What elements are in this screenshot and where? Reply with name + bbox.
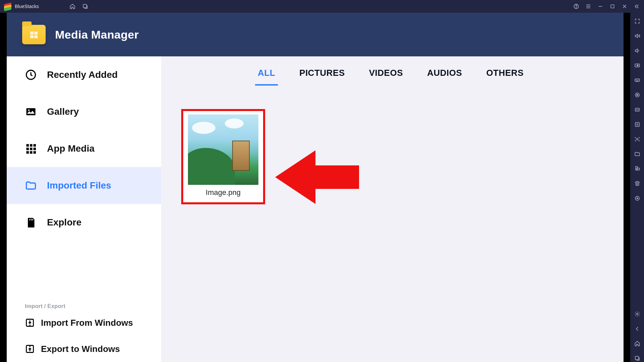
folder-icon bbox=[25, 179, 37, 192]
svg-point-31 bbox=[636, 139, 638, 140]
tab-pictures[interactable]: PICTURES bbox=[297, 64, 347, 86]
svg-point-6 bbox=[28, 109, 30, 111]
svg-rect-17 bbox=[31, 219, 32, 221]
sidebar-item-label: Explore bbox=[47, 217, 82, 228]
app-header: Media Manager bbox=[7, 13, 624, 56]
svg-rect-25 bbox=[635, 79, 640, 82]
tab-all[interactable]: ALL bbox=[255, 64, 278, 86]
file-name-label: Image.png bbox=[206, 188, 241, 199]
sidebar-item-label: Gallery bbox=[47, 106, 79, 117]
page-title: Media Manager bbox=[55, 28, 139, 41]
grid-icon bbox=[25, 143, 37, 155]
svg-rect-10 bbox=[27, 148, 29, 150]
svg-point-36 bbox=[636, 313, 638, 315]
menu-icon[interactable] bbox=[585, 3, 592, 10]
sidebar-item-label: App Media bbox=[47, 143, 95, 154]
svg-rect-13 bbox=[27, 151, 29, 154]
svg-rect-3 bbox=[611, 5, 614, 8]
volume-up-icon[interactable] bbox=[634, 32, 641, 40]
category-tabs: ALL PICTURES VIDEOS AUDIOS OTHERS bbox=[161, 56, 624, 86]
record-icon[interactable] bbox=[634, 91, 641, 99]
tab-others[interactable]: OTHERS bbox=[484, 64, 526, 86]
svg-rect-9 bbox=[34, 144, 36, 147]
file-item[interactable]: Image.png bbox=[181, 109, 265, 204]
back-icon[interactable] bbox=[634, 325, 641, 332]
emulator-viewport: Media Manager Recently Added bbox=[0, 13, 630, 362]
titlebar-left: BlueStacks bbox=[0, 3, 39, 10]
sidebar-item-gallery[interactable]: Gallery bbox=[7, 93, 161, 130]
svg-rect-12 bbox=[34, 148, 36, 150]
file-grid: Image.png bbox=[161, 86, 624, 204]
svg-point-29 bbox=[638, 109, 638, 110]
file-thumbnail bbox=[188, 114, 258, 185]
sd-card-icon bbox=[25, 216, 37, 228]
app-name: BlueStacks bbox=[15, 4, 39, 9]
svg-point-22 bbox=[29, 346, 31, 347]
recents-nav-icon[interactable] bbox=[634, 355, 641, 362]
sidebar-item-explore[interactable]: Explore bbox=[7, 204, 161, 241]
content-area: ALL PICTURES VIDEOS AUDIOS OTHERS Imag bbox=[161, 56, 624, 362]
import-icon bbox=[25, 318, 35, 328]
svg-rect-8 bbox=[30, 144, 33, 147]
svg-rect-33 bbox=[636, 168, 639, 170]
screenshot-icon[interactable] bbox=[634, 136, 641, 143]
titlebar-nav bbox=[69, 3, 89, 10]
apk-icon[interactable] bbox=[634, 121, 641, 128]
volume-down-icon[interactable] bbox=[634, 47, 641, 54]
svg-rect-5 bbox=[27, 108, 36, 115]
fullscreen-icon[interactable] bbox=[634, 17, 641, 25]
sidebar: Recently Added Gallery App Media bbox=[7, 56, 161, 362]
recents-icon[interactable] bbox=[82, 3, 89, 10]
keyboard-icon[interactable] bbox=[634, 76, 641, 84]
help-icon[interactable] bbox=[573, 3, 580, 10]
folder-open-icon[interactable] bbox=[634, 150, 641, 158]
home-nav-icon[interactable] bbox=[634, 340, 641, 347]
svg-point-20 bbox=[29, 324, 31, 326]
export-label: Export to Windows bbox=[41, 344, 120, 354]
maximize-icon[interactable] bbox=[609, 3, 616, 10]
svg-rect-15 bbox=[34, 151, 36, 154]
sidebar-section-label: Import / Export bbox=[7, 297, 161, 310]
multi-instance-icon[interactable] bbox=[634, 180, 641, 187]
export-icon bbox=[25, 344, 35, 354]
export-to-windows-button[interactable]: Export to Windows bbox=[7, 336, 161, 362]
svg-rect-0 bbox=[83, 4, 87, 8]
svg-rect-18 bbox=[33, 219, 33, 221]
sidebar-item-imported-files[interactable]: Imported Files bbox=[7, 167, 161, 204]
import-label: Import From Windows bbox=[41, 318, 133, 328]
right-toolbar bbox=[630, 13, 644, 362]
settings-icon[interactable] bbox=[634, 310, 641, 318]
svg-rect-27 bbox=[635, 108, 639, 111]
titlebar: BlueStacks bbox=[0, 0, 644, 13]
svg-point-28 bbox=[636, 109, 637, 110]
picture-icon bbox=[25, 106, 37, 118]
svg-point-2 bbox=[576, 7, 576, 8]
svg-point-35 bbox=[637, 198, 638, 199]
titlebar-right bbox=[573, 3, 644, 10]
clock-icon bbox=[25, 69, 37, 81]
macro-icon[interactable] bbox=[634, 106, 641, 113]
sidebar-item-label: Recently Added bbox=[47, 69, 118, 80]
tab-videos[interactable]: VIDEOS bbox=[366, 64, 406, 86]
svg-rect-37 bbox=[635, 356, 639, 360]
svg-rect-11 bbox=[30, 148, 33, 150]
sidebar-item-label: Imported Files bbox=[47, 180, 111, 191]
svg-rect-16 bbox=[30, 219, 30, 221]
keymap-icon[interactable] bbox=[634, 62, 641, 69]
svg-rect-14 bbox=[30, 151, 33, 154]
sidebar-item-app-media[interactable]: App Media bbox=[7, 130, 161, 167]
media-manager-icon bbox=[22, 25, 46, 44]
sidebar-item-recently-added[interactable]: Recently Added bbox=[7, 56, 161, 93]
import-from-windows-button[interactable]: Import From Windows bbox=[7, 310, 161, 336]
chevron-left-double-icon[interactable] bbox=[633, 3, 640, 10]
tab-audios[interactable]: AUDIOS bbox=[425, 64, 465, 86]
svg-rect-30 bbox=[635, 122, 639, 126]
close-icon[interactable] bbox=[621, 3, 628, 10]
rotate-icon[interactable] bbox=[634, 165, 641, 172]
minimize-icon[interactable] bbox=[597, 3, 604, 10]
svg-rect-7 bbox=[27, 144, 29, 147]
location-icon[interactable] bbox=[634, 195, 641, 202]
bluestacks-logo-icon bbox=[4, 3, 11, 10]
home-icon[interactable] bbox=[69, 3, 76, 10]
